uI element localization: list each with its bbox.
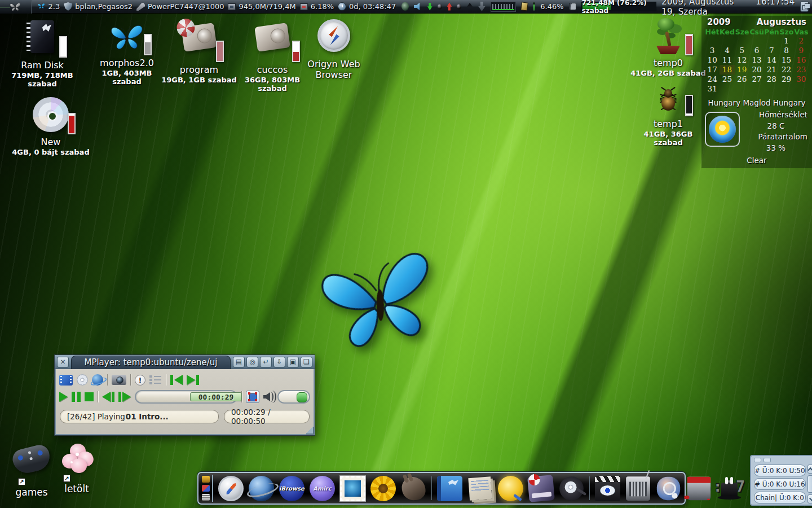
dock-net-globe-icon[interactable] (249, 476, 274, 501)
calendar-day[interactable]: 18 (720, 65, 734, 75)
dock-amirc-icon[interactable]: Amirc (310, 476, 335, 501)
border-gadget[interactable] (754, 458, 761, 462)
calendar-day[interactable]: 31 (705, 84, 720, 94)
calendar-day[interactable]: 19 (735, 65, 749, 75)
calendar-day[interactable]: 6 (749, 46, 764, 55)
next-track-button[interactable] (187, 375, 199, 385)
calendar-day[interactable]: 26 (735, 75, 749, 84)
calendar-day[interactable] (735, 84, 749, 94)
scroll-down-button[interactable] (807, 494, 812, 503)
desktop-icon-temp0[interactable]: temp0 41GB, 2GB szabad (629, 18, 708, 77)
calendar-day[interactable]: 12 (735, 55, 749, 65)
mute-button[interactable] (263, 392, 273, 402)
calendar-day[interactable] (749, 36, 764, 46)
dock-sunflower-icon[interactable] (370, 476, 396, 501)
calendar-day[interactable] (720, 84, 734, 94)
calendar-day[interactable]: 27 (749, 75, 764, 84)
calendar-day[interactable]: 11 (720, 55, 734, 65)
desktop-icon-ramdisk[interactable]: Ram Disk 719MB, 718MB szabad (3, 18, 82, 88)
pause-button[interactable] (72, 392, 81, 402)
calendar-day[interactable]: 13 (749, 55, 764, 65)
desktop-icon-program[interactable]: program 19GB, 1GB szabad (160, 18, 239, 84)
stop-button[interactable] (85, 392, 94, 401)
screen-depth-gadget[interactable] (800, 1, 809, 12)
calendar-day[interactable]: 25 (720, 75, 734, 84)
desktop-icon-temp1[interactable]: temp1 41GB, 36GB szabad (629, 79, 708, 147)
bug-tray-icon[interactable] (401, 2, 409, 11)
irc-channel-button[interactable]: # Ü:0 K:0 U:50 (754, 465, 806, 476)
calendar-day[interactable]: 7 (764, 46, 779, 55)
irc-channel-button[interactable]: Chain| Ü:0 K:0 (754, 492, 806, 503)
mplayer-titlebar[interactable]: × MPlayer: temp0:ubuntu/zene/uj ▤ ◎ ↵ ⇩ … (55, 355, 315, 369)
calendar-day[interactable]: 28 (764, 75, 779, 84)
irc-scrollbar[interactable] (807, 465, 812, 503)
dock-frying-pan-icon[interactable] (559, 476, 584, 501)
calendar-day[interactable]: 9 (794, 46, 809, 55)
calendar-day[interactable]: 29 (779, 75, 793, 84)
dock-cd-burner-icon[interactable] (527, 475, 555, 502)
prev-track-button[interactable] (170, 375, 183, 385)
dock-donkey-icon[interactable] (401, 475, 427, 501)
desktop-icon-morphos2[interactable]: morphos2.0 1GB, 403MB szabad (87, 18, 166, 86)
dock-radio-icon[interactable] (626, 476, 650, 501)
snapshot-icon[interactable] (112, 375, 126, 385)
open-stream-icon[interactable] (92, 374, 103, 386)
calendar-day[interactable]: 14 (764, 55, 779, 65)
calendar-day[interactable] (735, 36, 749, 46)
calendar-day[interactable]: 16 (794, 55, 809, 65)
calendar-day[interactable]: 30 (794, 75, 809, 84)
seek-back-button[interactable] (102, 392, 114, 402)
irc-status-window[interactable]: # Ü:0 K:0 U:50# Ü:0 K:0 U:16Chain| Ü:0 K… (750, 455, 812, 506)
close-button[interactable]: × (57, 357, 69, 367)
open-video-icon[interactable] (59, 375, 73, 386)
desktop-icon-owb[interactable]: Origyn Web Browser (299, 18, 369, 80)
calendar-day[interactable] (779, 84, 793, 94)
playlist-icon[interactable] (149, 375, 162, 385)
scrollbar-knob[interactable] (807, 475, 812, 493)
dock-owb-compass-icon[interactable] (218, 476, 244, 501)
info-icon[interactable]: ! (135, 375, 145, 386)
calendar-day[interactable]: 4 (720, 46, 734, 55)
dock-image-search-icon[interactable] (657, 476, 680, 500)
dock-ibrowse-icon[interactable]: iBrowse (279, 476, 304, 501)
irc-channel-button[interactable]: # Ü:0 K:0 U:16 (754, 478, 806, 490)
dock-paint-bucket-icon[interactable] (687, 476, 710, 500)
play-button[interactable] (59, 392, 68, 402)
shade-button[interactable]: ▤ (233, 357, 245, 367)
calendar-day[interactable]: 2 (794, 36, 809, 46)
dock-gold-sun-icon[interactable] (498, 476, 523, 501)
seek-slider[interactable]: 00:00:29 (135, 390, 237, 404)
calendar-day[interactable]: 22 (779, 65, 793, 75)
calendar-day[interactable] (764, 84, 779, 94)
speaker-tray-icon[interactable] (414, 2, 422, 11)
desktop-icon-new[interactable]: New 4GB, 0 bájt szabad (11, 95, 90, 156)
dock-launcher-strip[interactable] (202, 475, 213, 502)
minimize-tray-icon[interactable] (478, 2, 486, 11)
calendar-day[interactable]: 1 (779, 36, 793, 46)
dock-letters-icon[interactable] (468, 476, 492, 500)
seek-forward-button[interactable] (118, 392, 131, 402)
calendar-day[interactable] (720, 36, 734, 46)
mplayer-window[interactable]: × MPlayer: temp0:ubuntu/zene/uj ▤ ◎ ↵ ⇩ … (54, 354, 315, 436)
calendar-day[interactable]: 23 (794, 65, 809, 75)
calendar-day[interactable]: 24 (705, 75, 720, 84)
calendar-day[interactable]: 21 (764, 65, 779, 75)
desktop-icon-letolt[interactable]: ↗ letölt (48, 443, 105, 494)
calendar-day[interactable] (749, 84, 764, 94)
calendar-day[interactable]: 10 (705, 55, 720, 65)
hide-button[interactable]: ◎ (246, 357, 258, 367)
iconify-button[interactable]: ⇩ (273, 357, 285, 367)
dock-mail-stamp-icon[interactable] (340, 476, 365, 501)
scroll-up-button[interactable] (807, 465, 812, 474)
dock-magician-hat-icon[interactable] (717, 476, 742, 501)
calendar-day[interactable]: 20 (749, 65, 764, 75)
calendar-day[interactable] (705, 36, 720, 46)
calendar-day[interactable]: 8 (779, 46, 793, 55)
calendar-day[interactable]: 15 (779, 55, 793, 65)
volume-slider[interactable] (277, 390, 310, 404)
dock-notepad-icon[interactable] (437, 476, 462, 501)
calendar-day[interactable]: 17 (705, 65, 720, 75)
calendar-day[interactable]: 3 (705, 46, 720, 55)
depth-button[interactable]: ❏ (301, 357, 312, 367)
eject-icon[interactable] (466, 3, 473, 10)
